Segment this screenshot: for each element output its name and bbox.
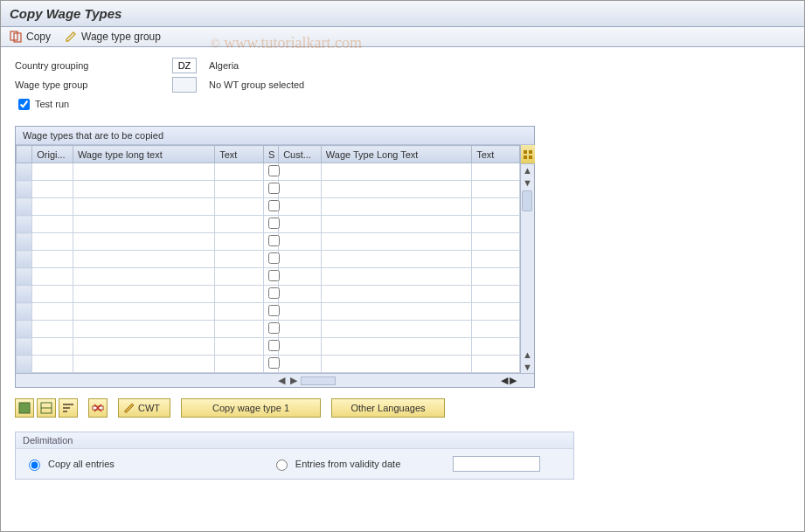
cell-wage-long-1[interactable] [73,338,214,356]
s-checkbox[interactable] [268,235,280,246]
cell-wage-long-2[interactable] [321,233,471,251]
cell-cust[interactable] [279,286,322,303]
cell-text-1[interactable] [215,338,264,356]
table-row[interactable] [17,321,520,338]
cell-s[interactable] [263,286,278,303]
cell-wage-long-2[interactable] [321,198,471,216]
cwt-button[interactable]: CWT [118,398,170,418]
cell-origin[interactable] [32,338,73,356]
table-row[interactable] [17,233,520,251]
cell-text-2[interactable] [472,303,520,321]
cell-cust[interactable] [279,163,322,181]
country-grouping-input[interactable] [172,58,197,73]
row-selector[interactable] [17,356,32,373]
col-wage-long-text-1[interactable]: Wage type long text [73,146,214,163]
cell-wage-long-2[interactable] [321,181,471,198]
cell-text-2[interactable] [472,251,520,268]
scroll-right-icon-2[interactable]: ▶ [510,375,517,386]
radio-copy-all-input[interactable] [29,459,40,471]
cell-text-2[interactable] [472,216,520,233]
s-checkbox[interactable] [268,183,280,194]
scroll-right-icon[interactable]: ▶ [288,376,299,386]
cell-wage-long-1[interactable] [73,303,214,321]
cell-s[interactable] [263,338,278,356]
s-checkbox[interactable] [268,322,280,334]
table-row[interactable] [17,198,520,216]
cell-wage-long-2[interactable] [321,286,471,303]
cell-text-2[interactable] [472,181,520,198]
cell-s[interactable] [263,251,278,268]
radio-from-date[interactable]: Entries from validity date [272,457,400,471]
cell-cust[interactable] [279,233,322,251]
cell-wage-long-2[interactable] [321,338,471,356]
scroll-up-icon[interactable]: ▲ [522,164,534,176]
table-row[interactable] [17,338,520,356]
cell-wage-long-1[interactable] [73,216,214,233]
cell-origin[interactable] [32,303,73,321]
s-checkbox[interactable] [268,165,280,176]
table-row[interactable] [17,303,520,321]
copy-wage-type-1-button[interactable]: Copy wage type 1 [181,398,321,418]
row-selector[interactable] [17,163,32,181]
col-cust[interactable]: Cust... [279,146,322,163]
cell-text-2[interactable] [472,338,520,356]
scroll-left-icon-2[interactable]: ◀ [501,375,508,386]
cell-s[interactable] [263,181,278,198]
cell-origin[interactable] [32,286,73,303]
cell-wage-long-1[interactable] [73,268,214,286]
cell-s[interactable] [263,233,278,251]
s-checkbox[interactable] [268,200,280,211]
delete-row-button[interactable] [88,398,108,418]
row-selector[interactable] [17,181,32,198]
table-row[interactable] [17,268,520,286]
cell-cust[interactable] [279,268,322,286]
row-selector[interactable] [17,286,32,303]
cell-s[interactable] [263,163,278,181]
s-checkbox[interactable] [268,357,280,369]
cell-wage-long-2[interactable] [321,303,471,321]
radio-copy-all[interactable]: Copy all entries [24,457,115,471]
cell-s[interactable] [263,321,278,338]
cell-wage-long-2[interactable] [321,268,471,286]
cell-wage-long-2[interactable] [321,163,471,181]
table-row[interactable] [17,181,520,198]
cell-cust[interactable] [279,251,322,268]
cell-text-1[interactable] [215,163,264,181]
row-selector[interactable] [17,216,32,233]
other-languages-button[interactable]: Other Languages [331,398,445,418]
cell-cust[interactable] [279,356,322,373]
test-run-checkbox[interactable] [18,99,30,110]
s-checkbox[interactable] [268,252,280,264]
cell-text-2[interactable] [472,198,520,216]
cell-s[interactable] [263,198,278,216]
select-all-button[interactable] [15,398,34,418]
cell-s[interactable] [263,303,278,321]
cell-wage-long-1[interactable] [73,251,214,268]
cell-text-1[interactable] [215,251,264,268]
cell-origin[interactable] [32,216,73,233]
cell-text-2[interactable] [472,321,520,338]
wage-type-group-input[interactable] [172,77,197,93]
s-checkbox[interactable] [268,305,280,316]
cell-origin[interactable] [32,268,73,286]
cell-wage-long-1[interactable] [73,198,214,216]
cell-wage-long-1[interactable] [73,163,214,181]
row-selector[interactable] [17,338,32,356]
cell-text-1[interactable] [215,356,264,373]
scroll-up-icon-2[interactable]: ▲ [522,349,534,361]
cell-text-1[interactable] [215,233,264,251]
cell-text-2[interactable] [472,163,520,181]
col-text-2[interactable]: Text [472,146,520,163]
col-rowselector[interactable] [17,146,32,163]
cell-wage-long-2[interactable] [321,356,471,373]
grid-hscroll-left[interactable]: ◀ ▶ [274,374,364,387]
cell-wage-long-2[interactable] [321,251,471,268]
s-checkbox[interactable] [268,287,280,299]
row-selector[interactable] [17,321,32,338]
cell-origin[interactable] [32,181,73,198]
row-selector[interactable] [17,198,32,216]
col-wage-long-text-2[interactable]: Wage Type Long Text [321,146,471,163]
hscroll-track[interactable] [301,377,336,385]
wage-type-group-action[interactable]: Wage type group [65,31,161,43]
grid-hscroll-right[interactable]: ◀ ▶ [450,374,520,387]
